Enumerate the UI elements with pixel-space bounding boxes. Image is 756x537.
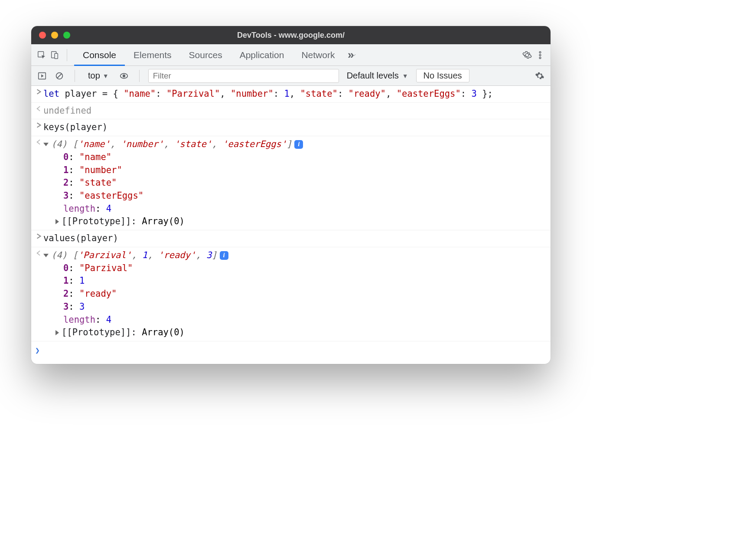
input-caret-icon	[34, 232, 43, 239]
console-line[interactable]: values(player)	[43, 232, 547, 245]
console-line[interactable]: let player = { "name": "Parzival", "numb…	[43, 88, 547, 101]
console-row: undefined	[31, 103, 551, 120]
info-icon[interactable]: i	[294, 140, 303, 149]
tab-application[interactable]: Application	[231, 44, 293, 66]
context-selector[interactable]: top ▼	[84, 69, 113, 83]
more-tabs-icon[interactable]: »	[352, 50, 362, 60]
input-caret-icon	[34, 121, 43, 128]
array-entry[interactable]: 2: "state"	[43, 177, 547, 190]
array-entry[interactable]: 0: "name"	[43, 151, 547, 164]
array-entry[interactable]: 2: "ready"	[43, 288, 547, 301]
svg-point-13	[37, 252, 38, 254]
kebab-menu-icon[interactable]	[535, 50, 545, 60]
filter-input[interactable]	[148, 69, 339, 83]
console-settings-icon[interactable]	[533, 69, 546, 82]
panel-tabstrip: Console Elements Sources Application Net…	[31, 44, 551, 66]
tab-network[interactable]: Network	[293, 44, 343, 66]
svg-point-10	[122, 74, 125, 77]
array-entry[interactable]: 1: 1	[43, 275, 547, 288]
prototype-row[interactable]: [[Prototype]]: Array(0)	[43, 326, 547, 339]
array-entry[interactable]: 1: "number"	[43, 164, 547, 177]
output-caret-icon	[34, 249, 43, 256]
console-line[interactable]: keys(player)	[43, 121, 547, 134]
svg-point-3	[539, 51, 541, 53]
svg-point-11	[37, 108, 38, 109]
array-entry[interactable]: 3: 3	[43, 301, 547, 314]
console-prompt[interactable]: ❯	[31, 341, 551, 364]
console-output: let player = { "name": "Parzival", "numb…	[31, 86, 551, 341]
console-toolbar: top ▼ Default levels ▼ No Issues	[31, 66, 551, 86]
devtools-window: DevTools - www.google.com/ Console Eleme…	[31, 26, 551, 364]
separator	[139, 70, 140, 82]
device-toolbar-icon[interactable]	[49, 50, 60, 60]
console-row: (4) ['Parzival', 1, 'ready', 3]i0: "Parz…	[31, 247, 551, 341]
separator	[67, 49, 67, 61]
window-title: DevTools - www.google.com/	[31, 31, 551, 40]
levels-label: Default levels	[347, 71, 399, 81]
clear-console-icon[interactable]	[53, 69, 66, 82]
live-expression-icon[interactable]	[117, 69, 130, 82]
info-icon[interactable]: i	[220, 251, 228, 260]
prototype-row[interactable]: [[Prototype]]: Array(0)	[43, 215, 547, 228]
svg-point-5	[539, 57, 541, 59]
settings-icon[interactable]	[522, 50, 532, 60]
expand-toggle-icon[interactable]	[55, 330, 59, 335]
titlebar: DevTools - www.google.com/	[31, 26, 551, 44]
output-caret-icon	[34, 138, 43, 145]
console-row: let player = { "name": "Parzival", "numb…	[31, 86, 551, 103]
array-entry[interactable]: 0: "Parzival"	[43, 262, 547, 275]
prompt-caret-icon: ❯	[35, 345, 40, 356]
chevron-down-icon: ▼	[402, 72, 408, 79]
array-summary[interactable]: (4) ['Parzival', 1, 'ready', 3]i	[43, 249, 547, 262]
toggle-sidebar-icon[interactable]	[36, 69, 49, 82]
tab-elements[interactable]: Elements	[125, 44, 180, 66]
tab-console[interactable]: Console	[74, 44, 125, 66]
array-length: length: 4	[43, 203, 547, 216]
chevron-down-icon: ▼	[103, 72, 109, 79]
inspect-element-icon[interactable]	[36, 50, 47, 60]
console-line[interactable]: undefined	[43, 105, 547, 118]
separator	[75, 70, 75, 82]
issues-button[interactable]: No Issues	[416, 69, 469, 82]
array-summary[interactable]: (4) ['name', 'number', 'state', 'easterE…	[43, 138, 547, 151]
svg-point-12	[37, 141, 38, 143]
expand-toggle-icon[interactable]	[55, 219, 59, 224]
array-length: length: 4	[43, 314, 547, 327]
tab-sources[interactable]: Sources	[180, 44, 231, 66]
svg-point-4	[539, 54, 541, 56]
context-label: top	[88, 71, 100, 81]
filter-field	[148, 69, 339, 83]
array-entry[interactable]: 3: "easterEggs"	[43, 190, 547, 203]
svg-line-8	[57, 73, 62, 78]
svg-rect-2	[55, 53, 58, 59]
expand-toggle-icon[interactable]	[43, 254, 49, 257]
console-row: values(player)	[31, 230, 551, 247]
expand-toggle-icon[interactable]	[43, 143, 49, 146]
panel-tabs: Console Elements Sources Application Net…	[74, 44, 343, 66]
console-row: (4) ['name', 'number', 'state', 'easterE…	[31, 136, 551, 230]
log-levels-selector[interactable]: Default levels ▼	[343, 71, 412, 81]
output-caret-icon	[34, 105, 43, 111]
console-row: keys(player)	[31, 119, 551, 136]
input-caret-icon	[34, 88, 43, 95]
